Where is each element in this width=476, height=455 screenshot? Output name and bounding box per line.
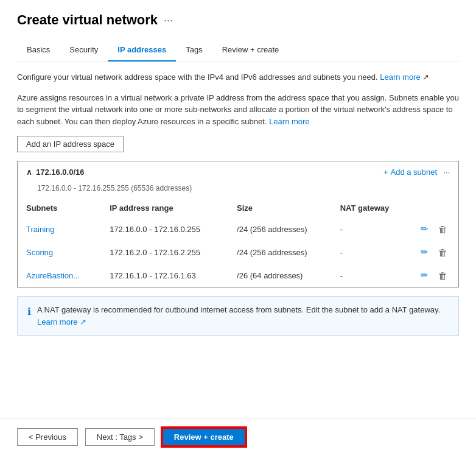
ip-cidr: 172.16.0.0/16 (36, 168, 85, 177)
tab-ip-addresses[interactable]: IP addresses (108, 39, 176, 62)
delete-subnet-button-1[interactable]: 🗑 (436, 245, 450, 259)
nat-cell: - (332, 241, 410, 264)
delete-subnet-button-2[interactable]: 🗑 (436, 269, 450, 282)
ip-range-info: 172.16.0.0 - 172.16.255.255 (65536 addre… (18, 183, 458, 199)
ip-range-cell: 172.16.2.0 - 172.16.2.255 (101, 241, 228, 264)
description2: Azure assigns resources in a virtual net… (17, 92, 459, 128)
subnet-table: Subnets IP address range Size NAT gatewa… (18, 199, 458, 287)
info-box: ℹ A NAT gateway is recommended for outbo… (17, 296, 459, 336)
table-row: Scoring 172.16.2.0 - 172.16.2.255 /24 (2… (18, 241, 458, 264)
learn-more-link-3[interactable]: Learn more ↗ (37, 317, 86, 326)
ip-range-cell: 172.16.1.0 - 172.16.1.63 (101, 264, 228, 287)
add-subnet-button[interactable]: + Add a subnet (383, 168, 437, 177)
tab-review-create[interactable]: Review + create (212, 39, 289, 62)
col-header-size: Size (228, 199, 332, 217)
ip-range-cell: 172.16.0.0 - 172.16.0.255 (101, 217, 228, 241)
delete-subnet-button-0[interactable]: 🗑 (436, 222, 450, 236)
row-actions: ✏ 🗑 (410, 264, 458, 287)
info-text: A NAT gateway is recommended for outboun… (37, 304, 449, 328)
nat-cell: - (332, 217, 410, 241)
subnet-link-2[interactable]: AzureBastion... (26, 271, 80, 280)
subnet-name-cell: Scoring (18, 241, 101, 264)
col-header-nat: NAT gateway (332, 199, 410, 217)
table-row: Training 172.16.0.0 - 172.16.0.255 /24 (… (18, 217, 458, 241)
page-title: Create virtual network (17, 12, 158, 28)
edit-subnet-button-1[interactable]: ✏ (418, 245, 431, 259)
description1: Configure your virtual network address s… (17, 71, 459, 83)
plus-icon: + (383, 168, 388, 177)
subnet-link-0[interactable]: Training (26, 225, 54, 234)
tab-security[interactable]: Security (60, 39, 108, 62)
info-icon: ℹ (27, 305, 31, 319)
subnet-name-cell: Training (18, 217, 101, 241)
edit-subnet-button-0[interactable]: ✏ (418, 222, 431, 236)
nat-cell: - (332, 264, 410, 287)
col-header-actions (410, 199, 458, 217)
size-cell: /24 (256 addresses) (228, 217, 332, 241)
subnet-link-1[interactable]: Scoring (26, 248, 53, 257)
row-actions: ✏ 🗑 (410, 217, 458, 241)
add-ip-address-space-button[interactable]: Add an IP address space (17, 136, 124, 152)
row-actions: ✏ 🗑 (410, 241, 458, 264)
chevron-down-icon: ∧ (26, 168, 32, 177)
next-tags-button[interactable]: Next : Tags > (85, 428, 155, 446)
table-row: AzureBastion... 172.16.1.0 - 172.16.1.63… (18, 264, 458, 287)
footer: < Previous Next : Tags > Review + create (0, 418, 476, 455)
learn-more-link-2[interactable]: Learn more (269, 117, 309, 126)
ip-block-more-icon[interactable]: ··· (443, 168, 450, 177)
tab-bar: Basics Security IP addresses Tags Review… (17, 39, 459, 62)
size-cell: /26 (64 addresses) (228, 264, 332, 287)
tab-basics[interactable]: Basics (17, 39, 60, 62)
subnet-name-cell: AzureBastion... (18, 264, 101, 287)
ip-block: ∧ 172.16.0.0/16 + Add a subnet ··· 172.1… (17, 161, 459, 287)
tab-tags[interactable]: Tags (176, 39, 212, 62)
col-header-ip-range: IP address range (101, 199, 228, 217)
size-cell: /24 (256 addresses) (228, 241, 332, 264)
learn-more-link-1[interactable]: Learn more (380, 72, 420, 82)
ellipsis-menu-icon[interactable]: ··· (164, 14, 173, 27)
col-header-subnets: Subnets (18, 199, 101, 217)
review-create-button[interactable]: Review + create (162, 428, 246, 446)
edit-subnet-button-2[interactable]: ✏ (418, 269, 431, 282)
previous-button[interactable]: < Previous (17, 428, 78, 446)
